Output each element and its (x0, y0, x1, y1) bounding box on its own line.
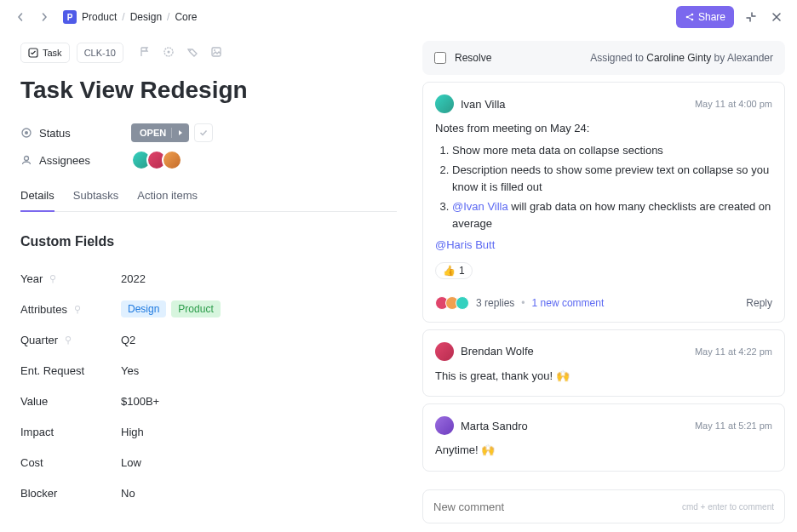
task-title[interactable]: Task View Redesign (20, 77, 397, 104)
task-id-chip[interactable]: CLK-10 (77, 43, 123, 63)
comment-author[interactable]: Marta Sandro (461, 420, 528, 432)
cf-label-quarter: Quarter⚲ (20, 334, 121, 346)
cf-value-value[interactable]: $100B+ (121, 395, 159, 408)
cf-label-attributes: Attributes⚲ (20, 303, 121, 316)
topbar: P Product / Design / Core Share (0, 0, 797, 34)
image-icon[interactable] (210, 46, 222, 60)
breadcrumb: P Product / Design / Core (63, 10, 197, 24)
left-panel: Task CLK-10 Task View Redesign Status OP… (0, 34, 417, 532)
comment-card: Brendan Wolfe May 11 at 4:22 pm This is … (422, 329, 785, 398)
cf-value-impact[interactable]: High (121, 426, 144, 438)
svg-point-10 (25, 131, 28, 134)
resolve-checkbox[interactable] (434, 52, 446, 64)
status-next-icon[interactable] (171, 128, 184, 138)
pin-icon: ⚲ (74, 304, 81, 315)
tag-icon[interactable] (186, 46, 198, 60)
svg-point-5 (167, 50, 169, 53)
pin-icon: ⚲ (49, 273, 56, 284)
nav-back-button[interactable] (12, 9, 29, 26)
comment-time: May 11 at 5:21 pm (695, 420, 772, 431)
svg-point-6 (190, 49, 192, 51)
assignee-link[interactable]: Caroline Ginty (646, 52, 711, 64)
comment-body: Anytime! 🙌 (435, 442, 772, 459)
comment-time: May 11 at 4:22 pm (695, 346, 772, 357)
cf-value-ent-request[interactable]: Yes (121, 364, 139, 377)
composer-hint: cmd + enter to comment (682, 502, 774, 512)
resolve-bar: Resolve Assigned to Caroline Ginty by Al… (422, 41, 785, 75)
avatar (435, 94, 454, 113)
svg-point-11 (25, 157, 29, 161)
complete-checkbox[interactable] (194, 123, 213, 142)
cf-label-impact: Impact (20, 426, 121, 438)
reply-avatars (435, 296, 469, 310)
pin-icon: ⚲ (65, 335, 72, 346)
replies-count[interactable]: 3 replies (476, 297, 514, 309)
comment-composer[interactable]: cmd + enter to comment (422, 489, 785, 523)
cf-label-year: Year⚲ (20, 272, 121, 285)
avatar (435, 342, 454, 361)
comment-input[interactable] (433, 501, 682, 513)
status-label: Status (20, 127, 131, 140)
custom-fields-title: Custom Fields (20, 234, 397, 249)
breadcrumb-space[interactable]: Product (82, 11, 117, 23)
comment-card: Marta Sandro May 11 at 5:21 pm Anytime! … (422, 403, 785, 472)
comment-body: Notes from meeting on May 24: Show more … (435, 120, 772, 254)
svg-point-8 (214, 49, 215, 51)
cf-label-cost: Cost (20, 456, 121, 469)
resolve-assignment: Assigned to Caroline Ginty by Alexander (590, 52, 773, 64)
cf-label-blocker: Blocker (20, 487, 121, 500)
space-badge: P (63, 10, 77, 24)
comment-author[interactable]: Ivan Villa (461, 98, 506, 111)
tab-subtasks[interactable]: Subtasks (73, 189, 118, 211)
status-pill[interactable]: OPEN (131, 123, 189, 142)
comment-card: Ivan Villa May 11 at 4:00 pm Notes from … (422, 82, 785, 323)
avatar (435, 416, 454, 435)
new-comment-badge[interactable]: 1 new comment (532, 297, 605, 309)
reply-button[interactable]: Reply (746, 297, 772, 309)
comment-time: May 11 at 4:00 pm (695, 99, 772, 109)
tab-action-items[interactable]: Action items (137, 189, 198, 211)
comment-body: This is great, thank you! 🙌 (435, 368, 772, 385)
cf-value-attributes[interactable]: DesignProduct (121, 300, 226, 317)
tabs: Details Subtasks Action items (20, 189, 397, 212)
sprint-icon[interactable] (163, 46, 175, 60)
cf-label-ent-request: Ent. Request (20, 364, 121, 377)
assignees-label: Assignees (20, 154, 131, 167)
comment-author[interactable]: Brendan Wolfe (461, 345, 534, 358)
breadcrumb-folder[interactable]: Design (130, 11, 162, 23)
right-panel: Resolve Assigned to Caroline Ginty by Al… (417, 34, 797, 532)
flag-icon[interactable] (139, 46, 151, 60)
reaction-chip[interactable]: 👍 1 (435, 262, 473, 279)
cf-value-blocker[interactable]: No (121, 487, 135, 500)
cf-value-year[interactable]: 2022 (121, 272, 146, 285)
share-button[interactable]: Share (676, 6, 734, 28)
close-icon[interactable] (768, 9, 785, 26)
cf-value-quarter[interactable]: Q2 (121, 334, 135, 346)
cf-label-value: Value (20, 395, 121, 408)
task-type-chip[interactable]: Task (20, 43, 70, 63)
avatar (162, 150, 182, 170)
nav-forward-button[interactable] (36, 9, 53, 26)
breadcrumb-list[interactable]: Core (175, 11, 197, 23)
cf-value-cost[interactable]: Low (121, 456, 141, 469)
minimize-icon[interactable] (743, 9, 760, 26)
mention-link[interactable]: @Ivan Villa (452, 200, 508, 213)
tab-details[interactable]: Details (20, 189, 54, 212)
mention-link[interactable]: @Haris Butt (435, 238, 495, 251)
resolve-label[interactable]: Resolve (455, 52, 491, 64)
assignees-avatars[interactable] (131, 150, 182, 170)
